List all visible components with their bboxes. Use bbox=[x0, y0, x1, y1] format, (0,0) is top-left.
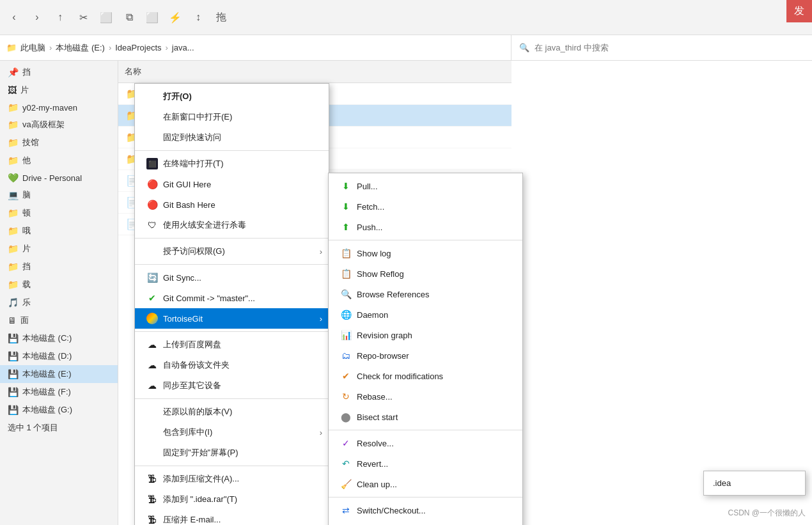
cm-item-label: Switch/Checkout... bbox=[357, 506, 426, 515]
cm-switch-checkout[interactable]: ⇄ Switch/Checkout... bbox=[329, 500, 522, 521]
cm-push[interactable]: ⬆ Push... bbox=[329, 217, 522, 237]
reflog-icon: 📋 bbox=[340, 268, 352, 279]
pull-icon: ⬇ bbox=[340, 180, 352, 192]
sync-icon: ☁ bbox=[146, 380, 158, 391]
cm-divider-6 bbox=[135, 466, 329, 466]
address-part-computer[interactable]: 此电脑 bbox=[20, 42, 45, 54]
cm-git-gui[interactable]: 🔴 Git GUI Here bbox=[135, 174, 329, 194]
nav-up-button[interactable]: ↑ bbox=[52, 10, 68, 25]
sidebar-item-drive[interactable]: 💚 Drive - Personal bbox=[0, 169, 118, 186]
drag-icon[interactable]: 拖 bbox=[214, 10, 229, 25]
cm-open-new-window[interactable]: 在新窗口中打开(E) bbox=[135, 107, 329, 127]
cm-daemon[interactable]: 🌐 Daemon bbox=[329, 304, 522, 325]
cm-item-label: 自动备份该文件夹 bbox=[163, 359, 230, 371]
cm-rebase[interactable]: ↻ Rebase... bbox=[329, 386, 522, 407]
drive-g-icon: 💾 bbox=[8, 405, 19, 415]
cm-tortoisegit[interactable]: TortoiseGit › bbox=[135, 308, 329, 329]
sidebar-item-misc1[interactable]: 📁 哦 bbox=[0, 222, 118, 240]
cm-auto-backup[interactable]: ☁ 自动备份该文件夹 bbox=[135, 355, 329, 375]
cm-baidu-upload[interactable]: ☁ 上传到百度网盘 bbox=[135, 334, 329, 355]
compress-rar-icon: 🗜 bbox=[146, 494, 158, 505]
revert-icon: ↶ bbox=[340, 458, 352, 469]
sort-icon[interactable]: ↕ bbox=[191, 10, 206, 25]
address-part-projects[interactable]: IdeaProjects bbox=[115, 43, 161, 52]
sidebar-item-misc2[interactable]: 📁 片 bbox=[0, 240, 118, 258]
context-menu-ignore-list: .idea bbox=[703, 471, 806, 496]
sidebar-item-maven[interactable]: 📁 y02-my-maven bbox=[0, 99, 118, 116]
cm-cleanup[interactable]: 🧹 Clean up... bbox=[329, 474, 522, 494]
cm-merge[interactable]: ⊕ Merge... bbox=[329, 521, 522, 525]
cm-sync-devices[interactable]: ☁ 同步至其它设备 bbox=[135, 375, 329, 396]
cm-item-label: Rebase... bbox=[357, 392, 393, 402]
nav-back-button[interactable]: ‹ bbox=[6, 10, 22, 25]
cm-compress-add[interactable]: 🗜 添加到压缩文件(A)... bbox=[135, 469, 329, 489]
cm-git-commit[interactable]: ✔ Git Commit -> "master"... bbox=[135, 288, 329, 308]
sidebar-item-desktop[interactable]: 🖥 面 bbox=[0, 311, 118, 329]
cm-compress-idea-rar[interactable]: 🗜 添加到 ".idea.rar"(T) bbox=[135, 489, 329, 510]
cm-check-modifications[interactable]: ✔ Check for modifications bbox=[329, 366, 522, 386]
sidebar-item-drive-e[interactable]: 💾 本地磁盘 (E:) bbox=[0, 365, 118, 383]
address-part-folder[interactable]: java... bbox=[172, 43, 194, 52]
sidebar-item-music[interactable]: 🎵 乐 bbox=[0, 294, 118, 311]
cm-ignore-idea[interactable]: .idea bbox=[704, 474, 805, 492]
sidebar-item-drive-d[interactable]: 💾 本地磁盘 (D:) bbox=[0, 347, 118, 365]
compress-icon: 🗜 bbox=[146, 473, 158, 485]
sidebar-item-other[interactable]: 📁 他 bbox=[0, 152, 118, 169]
sidebar-item-downloads[interactable]: 📁 顿 bbox=[0, 204, 118, 222]
cm-item-label: Repo-browser bbox=[357, 351, 409, 361]
sidebar-item-label: 挡 bbox=[22, 67, 31, 78]
cm-item-label: 使用火绒安全进行杀毒 bbox=[163, 219, 246, 231]
folder-icon: 📁 bbox=[8, 262, 19, 272]
cm-repo-browser[interactable]: 🗂 Repo-browser bbox=[329, 345, 522, 366]
copy-icon[interactable]: ⬜ bbox=[98, 10, 114, 25]
cm-compress-email[interactable]: 🗜 压缩并 E-mail... bbox=[135, 510, 329, 525]
nav-forward-button[interactable]: › bbox=[29, 10, 45, 25]
address-sep-2: › bbox=[109, 43, 111, 52]
cm-antivirus[interactable]: 🛡 使用火绒安全进行杀毒 bbox=[135, 215, 329, 235]
rename-icon[interactable]: ⬜ bbox=[144, 10, 160, 25]
column-header-name[interactable]: 名称 bbox=[125, 66, 141, 77]
cm-open[interactable]: 打开(O) bbox=[135, 86, 329, 107]
cm-item-label: Git Commit -> "master"... bbox=[163, 294, 255, 303]
cm-git-bash[interactable]: 🔴 Git Bash Here bbox=[135, 194, 329, 215]
antivirus-icon: 🛡 bbox=[146, 219, 158, 231]
address-part-drive[interactable]: 本地磁盘 (E:) bbox=[56, 42, 105, 54]
sidebar-item-drive-f[interactable]: 💾 本地磁盘 (F:) bbox=[0, 383, 118, 401]
cm-show-log[interactable]: 📋 Show log bbox=[329, 243, 522, 263]
sidebar-item-label: 他 bbox=[22, 155, 31, 166]
cm-pin-quick-access[interactable]: 固定到快速访问 bbox=[135, 127, 329, 148]
computer-icon: 💻 bbox=[8, 190, 19, 200]
cm-browse-references[interactable]: 🔍 Browse References bbox=[329, 284, 522, 304]
sidebar-item-misc4[interactable]: 📁 载 bbox=[0, 276, 118, 294]
close-button[interactable]: 发 bbox=[786, 0, 812, 22]
cm-open-terminal[interactable]: ⬛ 在终端中打开(T) bbox=[135, 153, 329, 174]
folder-icon: 📁 bbox=[8, 208, 19, 218]
cm-revision-graph[interactable]: 📊 Revision graph bbox=[329, 325, 522, 345]
sidebar-item-label: 本地磁盘 (F:) bbox=[22, 386, 71, 398]
sidebar-item-pc[interactable]: 💻 脑 bbox=[0, 186, 118, 204]
cm-bisect-start[interactable]: ⬤ Bisect start bbox=[329, 407, 522, 427]
sidebar-item-drive-g[interactable]: 💾 本地磁盘 (G:) bbox=[0, 401, 118, 419]
sidebar-item-drive-c[interactable]: 💾 本地磁盘 (C:) bbox=[0, 329, 118, 347]
search-input[interactable] bbox=[535, 43, 804, 52]
cm-git-sync[interactable]: 🔄 Git Sync... bbox=[135, 267, 329, 288]
paste-icon[interactable]: ⧉ bbox=[121, 10, 137, 25]
sidebar-item-misc3[interactable]: 📁 挡 bbox=[0, 258, 118, 276]
sidebar-item-tech[interactable]: 📁 技馆 bbox=[0, 134, 118, 152]
cm-revert[interactable]: ↶ Revert... bbox=[329, 453, 522, 474]
cm-fetch[interactable]: ⬇ Fetch... bbox=[329, 196, 522, 217]
cm-pull[interactable]: ⬇ Pull... bbox=[329, 176, 522, 196]
cm-resolve[interactable]: ✓ Resolve... bbox=[329, 433, 522, 453]
cm-show-reflog[interactable]: 📋 Show Reflog bbox=[329, 263, 522, 284]
sidebar-item-pin1[interactable]: 📌 挡 bbox=[0, 63, 118, 81]
sidebar-item-pictures[interactable]: 🖼 片 bbox=[0, 81, 118, 99]
drive-c-icon: 💾 bbox=[8, 333, 19, 343]
delete-icon[interactable]: ⚡ bbox=[168, 10, 183, 25]
cut-icon[interactable]: ✂ bbox=[75, 10, 91, 25]
cm-include-library[interactable]: 包含到库中(I) › bbox=[135, 422, 329, 443]
sidebar-item-java[interactable]: 📁 va高级框架 bbox=[0, 116, 118, 134]
cm-grant-access[interactable]: 授予访问权限(G) › bbox=[135, 241, 329, 262]
daemon-icon: 🌐 bbox=[340, 309, 352, 320]
cm-restore-previous[interactable]: 还原以前的版本(V) bbox=[135, 402, 329, 422]
cm-pin-start[interactable]: 固定到"开始"屏幕(P) bbox=[135, 443, 329, 463]
